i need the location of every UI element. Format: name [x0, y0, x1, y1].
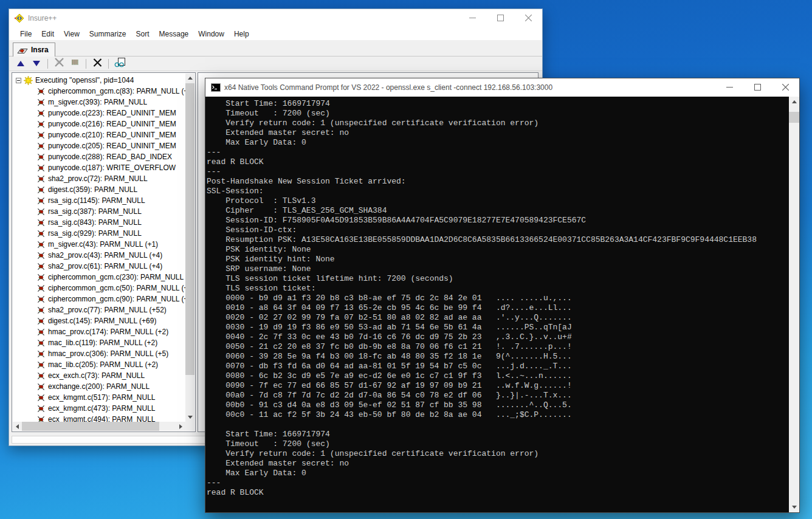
bug-icon [37, 153, 45, 161]
tree-root-row[interactable]: Executing "openssl", pid=1044 [13, 75, 185, 86]
bug-icon [37, 241, 45, 249]
insure-maximize-button[interactable] [486, 9, 514, 27]
error-tree-item[interactable]: hmac_prov.c(174): PARM_NULL (+2) [13, 326, 185, 337]
console-line: Verify return code: 1 (unspecified certi… [207, 449, 788, 459]
suppress-all-button-disabled[interactable] [68, 58, 81, 70]
bug-icon [37, 186, 45, 194]
scrollbar-corner [185, 422, 194, 431]
error-tree-item[interactable]: m_sigver.c(393): PARM_NULL [13, 97, 185, 108]
scroll-left-button[interactable] [13, 422, 22, 431]
error-tree-item[interactable]: ciphercommon_gcm.c(83): PARM_NULL (+ [13, 86, 185, 97]
suppress-error-button-disabled[interactable] [52, 58, 66, 70]
bug-icon [37, 295, 45, 303]
view-report-button[interactable] [113, 58, 126, 70]
bug-icon [37, 109, 45, 117]
console-output-area[interactable]: Start Time: 1669717974 Timeout : 7200 (s… [205, 97, 799, 512]
menu-item[interactable]: Edit [36, 27, 59, 41]
error-item-label: hmac_prov.c(174): PARM_NULL (+2) [48, 328, 168, 336]
error-tree-item[interactable]: ciphercommon_gcm.c(50): PARM_NULL (+ [13, 283, 185, 294]
error-tree-item[interactable]: ecx_kmgmt.c(517): PARM_NULL [13, 392, 185, 403]
error-tree-item[interactable]: ciphercommon_gcm.c(90): PARM_NULL (+ [13, 294, 185, 304]
menu-item[interactable]: Sort [131, 27, 154, 41]
insure-titlebar[interactable]: Insure++ [9, 9, 542, 27]
error-tree-item[interactable]: mac_lib.c(119): PARM_NULL (+2) [13, 337, 185, 348]
console-titlebar[interactable]: x64 Native Tools Command Prompt for VS 2… [205, 78, 799, 97]
error-item-label: sha2_prov.c(72): PARM_NULL [48, 174, 148, 183]
close-icon [525, 13, 532, 24]
bug-icon [37, 361, 45, 369]
delete-message-button[interactable] [91, 58, 104, 70]
menu-item[interactable]: Summarize [84, 27, 131, 41]
scroll-right-button[interactable] [176, 422, 185, 431]
error-tree-item[interactable]: ecx_exch.c(73): PARM_NULL [13, 370, 185, 381]
error-tree-item[interactable]: ecx_kmgmt.c(473): PARM_NULL [13, 403, 185, 414]
console-line [207, 420, 788, 430]
scroll-down-button[interactable] [185, 413, 194, 422]
error-tree-item[interactable]: punycode.c(210): READ_UNINIT_MEM [13, 129, 185, 140]
error-tree-item[interactable]: sha2_prov.c(77): PARM_NULL (+52) [13, 304, 185, 315]
next-error-button[interactable] [30, 58, 43, 70]
error-tree-item[interactable]: digest.c(145): PARM_NULL (+69) [13, 315, 185, 326]
bug-icon [37, 197, 45, 205]
toolbar-separator [108, 59, 109, 69]
error-tree-item[interactable]: m_sigver.c(43): PARM_NULL (+1) [13, 239, 185, 250]
tree-vertical-scrollbar[interactable] [185, 74, 194, 422]
console-scroll-thumb[interactable] [789, 112, 799, 123]
insure-close-button[interactable] [514, 9, 542, 27]
collapse-expander-icon[interactable] [16, 78, 21, 83]
error-tree-item[interactable]: rsa_sig.c(843): PARM_NULL [13, 217, 185, 228]
console-line: SRP username: None [207, 264, 788, 274]
console-line: Start Time: 1669717974 [207, 430, 788, 439]
console-vertical-scrollbar[interactable] [789, 97, 799, 512]
error-tree-item[interactable]: sha2_prov.c(61): PARM_NULL (+4) [13, 261, 185, 272]
bug-icon [37, 263, 45, 270]
console-scroll-up-button[interactable] [789, 97, 799, 107]
bug-icon [37, 252, 45, 260]
bug-icon [37, 350, 45, 358]
process-starburst-icon [24, 76, 33, 85]
console-line: PSK identity: None [207, 245, 788, 255]
tree-vscroll-thumb[interactable] [185, 83, 194, 375]
bug-icon [37, 284, 45, 292]
error-item-label: punycode.c(205): READ_UNINIT_MEM [48, 142, 176, 150]
console-maximize-button[interactable] [743, 78, 771, 97]
hatched-bug-icon [70, 58, 80, 69]
menu-item[interactable]: Message [154, 27, 194, 41]
error-tree-item[interactable]: sha2_prov.c(43): PARM_NULL (+4) [13, 250, 185, 261]
tree-horizontal-scrollbar[interactable] [13, 422, 185, 431]
error-tree-item[interactable]: punycode.c(216): READ_UNINIT_MEM [13, 119, 185, 129]
insure-minimize-button[interactable] [458, 9, 486, 27]
tree-hscroll-thumb[interactable] [22, 422, 159, 431]
error-item-label: mac_lib.c(119): PARM_NULL (+2) [48, 339, 157, 347]
error-tree-item[interactable]: rsa_sig.c(387): PARM_NULL [13, 206, 185, 217]
console-close-button[interactable] [771, 78, 799, 97]
console-scroll-down-button[interactable] [789, 502, 799, 512]
arrow-right-icon [179, 424, 182, 429]
error-tree-item[interactable]: punycode.c(288): READ_BAD_INDEX [13, 151, 185, 162]
console-minimize-button[interactable] [715, 78, 743, 97]
console-line: 0040 - 2c 7f 33 0c ee 43 b0 7d-16 c6 76 … [207, 332, 788, 342]
error-tree-item[interactable]: rsa_sig.c(1145): PARM_NULL [13, 195, 185, 206]
error-tree-item[interactable]: hmac_prov.c(306): PARM_NULL (+5) [13, 348, 185, 359]
error-tree-item[interactable]: digest.c(359): PARM_NULL [13, 184, 185, 195]
error-tree-item[interactable]: sha2_prov.c(72): PARM_NULL [13, 173, 185, 184]
error-tree-item[interactable]: punycode.c(187): WRITE_OVERFLOW [13, 162, 185, 173]
arrow-down-icon [188, 416, 193, 419]
error-tree-item[interactable]: punycode.c(205): READ_UNINIT_MEM [13, 140, 185, 151]
error-tree-item[interactable]: mac_lib.c(205): PARM_NULL (+2) [13, 359, 185, 370]
menu-item[interactable]: Help [229, 27, 254, 41]
error-tree-item[interactable]: punycode.c(223): READ_UNINIT_MEM [13, 108, 185, 119]
error-tree-item[interactable]: exchange.c(200): PARM_NULL [13, 381, 185, 392]
menu-item[interactable]: Window [193, 27, 229, 41]
menu-item[interactable]: File [15, 27, 36, 41]
console-line: Timeout : 7200 (sec) [207, 109, 788, 119]
error-item-label: digest.c(359): PARM_NULL [48, 185, 137, 194]
error-tree-item[interactable]: ecx_kmgmt.c(494): PARM_NULL [13, 414, 185, 422]
tab-insra[interactable]: Insra [13, 43, 55, 57]
error-tree-item[interactable]: rsa_sig.c(929): PARM_NULL [13, 228, 185, 239]
previous-error-button[interactable] [14, 58, 27, 70]
error-tree-item[interactable]: ciphercommon_gcm.c(230): PARM_NULL ( [13, 272, 185, 283]
scroll-up-button[interactable] [185, 74, 194, 83]
menu-item[interactable]: View [59, 27, 84, 41]
error-item-label: mac_lib.c(205): PARM_NULL (+2) [48, 360, 158, 369]
